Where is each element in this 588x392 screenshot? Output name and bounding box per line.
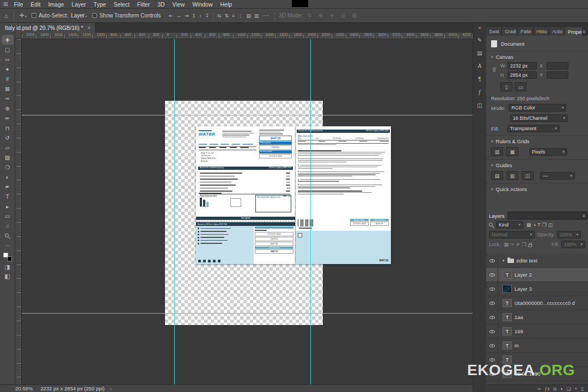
layer-visibility-toggle[interactable] [486, 324, 498, 338]
align-center-v-icon[interactable]: ↕ [199, 13, 202, 19]
layer-row-169[interactable]: T169 [486, 324, 588, 339]
tab-histo[interactable]: Histo [534, 27, 549, 36]
layer-visibility-toggle[interactable] [486, 296, 498, 310]
dodge-tool[interactable]: ◐ [2, 172, 14, 182]
color-mode-dropdown[interactable]: RGB Color▾ [509, 104, 566, 112]
frame-tool[interactable]: ⊠ [2, 84, 14, 94]
group-expand-chevron[interactable]: ▾ [503, 259, 505, 263]
bit-depth-dropdown[interactable]: 16 Bits/Channel▾ [510, 114, 568, 122]
move-tool[interactable]: ✛ [2, 35, 14, 45]
layers-panel-menu-icon[interactable]: ≡ [583, 213, 588, 220]
guide-style-dropdown[interactable]: —▾ [540, 172, 575, 180]
canvas-area[interactable]: WATER $447.33 Please pay by 23/02/24 Acc… [22, 39, 473, 384]
align-top-icon[interactable]: ↥ [192, 13, 196, 19]
layer-visibility-toggle[interactable] [486, 254, 498, 267]
layer-visibility-toggle[interactable] [486, 282, 498, 296]
pen-tool[interactable]: ✒ [2, 182, 14, 192]
layer-effects-icon[interactable]: ƒx [544, 386, 549, 391]
distribute-spacing-icon[interactable]: ⋮ [238, 13, 243, 19]
path-selection-tool[interactable]: ▸ [2, 201, 14, 211]
rulers-grids-section-title[interactable]: ▾ Rulers & Grids [491, 138, 588, 144]
layer-visibility-toggle[interactable] [486, 339, 498, 352]
eraser-tool[interactable]: ▱ [2, 143, 14, 152]
close-icon[interactable]: × [88, 25, 91, 31]
units-dropdown[interactable]: Pixels▾ [529, 148, 567, 156]
layer-row-edite-text[interactable]: ▾edite text [486, 254, 588, 268]
guides-option-3-button[interactable]: ◫ [522, 171, 534, 180]
layer-group-icon[interactable]: ❏ [567, 386, 571, 391]
distribute-width-icon[interactable]: ▤ [246, 13, 251, 19]
history-brush-tool[interactable]: ↺ [2, 133, 14, 143]
layer-row-layer-2[interactable]: TLayer 2 [486, 268, 588, 282]
3d-slide-icon[interactable]: ◎ [341, 13, 346, 19]
lasso-tool[interactable]: ∾ [2, 54, 14, 64]
lock-position-icon[interactable]: ✛ [516, 242, 520, 247]
link-layers-icon[interactable]: ∞ [537, 386, 541, 391]
canvas-section-title[interactable]: ▾ Canvas [491, 54, 588, 60]
guide-vertical-2[interactable] [310, 39, 311, 384]
edit-toolbar-icon[interactable]: ⋯ [5, 243, 10, 248]
guides-option-1-button[interactable]: ▤ [491, 171, 503, 180]
menu-select[interactable]: Select [110, 1, 133, 8]
libraries-panel-icon[interactable]: ◫ [475, 100, 485, 111]
paragraph-panel-icon[interactable]: ¶ [475, 74, 485, 84]
collapse-panels-icon[interactable]: « [478, 25, 481, 30]
type-tool[interactable]: T [2, 192, 14, 201]
status-options-chevron[interactable]: › [110, 385, 112, 391]
menu-3d[interactable]: 3D [154, 1, 168, 8]
marquee-tool[interactable]: ▢ [2, 45, 14, 54]
lock-all-icon[interactable] [528, 244, 532, 247]
move-tool-preset-icon[interactable]: ✛▾ [20, 12, 27, 19]
adjustment-layer-icon[interactable]: ◑ [560, 386, 563, 391]
align-right-icon[interactable]: ⇥ [185, 13, 189, 19]
distribute-v-icon[interactable]: ⇅ [224, 13, 229, 19]
tab-gradi[interactable]: Gradi [502, 27, 518, 36]
menu-filter[interactable]: Filter [133, 1, 154, 8]
panel-menu-icon[interactable]: ≡ [583, 29, 588, 36]
ruler-corner[interactable] [15, 33, 22, 39]
width-field[interactable]: 2232 px [507, 62, 537, 70]
vertical-ruler[interactable] [15, 39, 22, 384]
guide-vertical-1[interactable] [174, 39, 175, 384]
horizontal-ruler[interactable]: 2000180016001400120010008006004002000200… [22, 33, 473, 39]
guides-section-title[interactable]: ▾ Guides [491, 162, 588, 168]
menu-type[interactable]: Type [90, 1, 110, 8]
filter-adjustment-layers-icon[interactable]: ◑ [533, 222, 536, 228]
layer-fill-dropdown[interactable]: 100%▾ [561, 241, 585, 248]
lock-transparency-icon[interactable]: ▦ [504, 242, 509, 247]
color-swatches[interactable] [3, 253, 12, 261]
portrait-orientation-button[interactable]: ▯ [500, 82, 512, 91]
screen-mode-icon[interactable]: ◧ [4, 273, 10, 280]
character-panel-icon[interactable]: A [475, 61, 485, 71]
tab-patte[interactable]: Patte [518, 27, 534, 36]
zoom-level-field[interactable]: 20.66% [15, 385, 33, 391]
more-options-icon[interactable]: ⋯ [263, 12, 269, 19]
distribute-stack-icon[interactable]: ≡ [232, 13, 235, 19]
landscape-orientation-button[interactable]: ▭ [514, 82, 526, 91]
layer-row-m[interactable]: Tm [486, 339, 588, 353]
healing-brush-tool[interactable]: ⊕ [2, 103, 14, 113]
distribute-h-icon[interactable]: ⇆ [217, 13, 222, 19]
glyphs-panel-icon[interactable]: ƒ [475, 87, 485, 97]
lock-artboard-icon[interactable]: ❒ [522, 242, 526, 247]
menu-help[interactable]: Help [217, 1, 236, 8]
quick-mask-icon[interactable]: ◨ [4, 264, 10, 271]
3d-roll-icon[interactable]: ⊕ [318, 13, 323, 19]
tab-actio[interactable]: Actio [549, 27, 565, 36]
quick-selection-tool[interactable]: ✦ [2, 64, 14, 74]
clone-stamp-tool[interactable]: ⊓ [2, 123, 14, 133]
align-bottom-icon[interactable]: ↧ [205, 13, 209, 19]
document-artwork[interactable]: WATER $447.33 Please pay by 23/02/24 Acc… [196, 126, 391, 264]
auto-select-checkbox[interactable] [32, 13, 36, 18]
fill-dropdown[interactable]: Transparent▾ [507, 125, 560, 132]
height-field[interactable]: 2854 px [507, 71, 537, 79]
guides-option-2-button[interactable]: ▥ [506, 171, 518, 180]
toggle-grid-button[interactable]: ▦ [506, 147, 518, 156]
brush-settings-icon[interactable]: ✎ [475, 35, 485, 45]
show-transform-checkbox[interactable] [92, 13, 97, 18]
3d-orbit-icon[interactable]: ↻ [308, 13, 312, 19]
lock-pixels-icon[interactable]: ✑ [510, 242, 514, 247]
tab-swat[interactable]: Swat [486, 27, 502, 36]
layer-row-layer-3[interactable]: Layer 3 [486, 282, 588, 296]
auto-select-target-dropdown[interactable]: Layer▾ [71, 13, 87, 19]
